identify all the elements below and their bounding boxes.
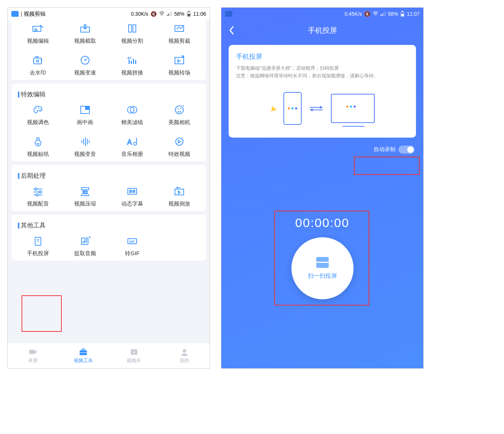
- crop-icon: [173, 23, 186, 34]
- tool-label: 音乐相册: [121, 151, 143, 158]
- svg-rect-14: [34, 58, 42, 64]
- auto-record-toggle[interactable]: [398, 146, 415, 154]
- decoration-triangle: [270, 105, 276, 112]
- status-bar: 0.45K/s 🔇 58% 11:07: [221, 8, 423, 20]
- svg-rect-68: [29, 350, 35, 354]
- svg-rect-36: [81, 140, 82, 143]
- tool-compress[interactable]: ZIP 视频压缩: [61, 186, 108, 207]
- tool-cast-screen[interactable]: 手机投屏: [14, 235, 61, 257]
- tool-extract-audio[interactable]: 提取音频: [61, 235, 108, 257]
- tool-label: 美颜相机: [168, 119, 190, 126]
- info-card: 手机投屏 下载电脑端"迅捷录屏大师"，启动程序，扫码投屏 注意：根据网络环境等待…: [229, 45, 416, 138]
- tool-voice-change[interactable]: 视频变音: [61, 136, 108, 158]
- illustration-monitor: [331, 94, 375, 123]
- tool-label: 转GIF: [125, 250, 140, 257]
- nav-mine[interactable]: 我的: [159, 343, 210, 368]
- tool-label: 视频压缩: [74, 200, 96, 207]
- nav-label: 我的: [180, 357, 189, 364]
- svg-rect-74: [381, 15, 381, 16]
- tool-reverse[interactable]: 视频倒放: [156, 186, 203, 207]
- nav-record[interactable]: 录屏: [8, 343, 58, 368]
- svg-rect-5: [188, 14, 190, 16]
- section-title: 特效编辑: [21, 90, 46, 99]
- section-video-edit: 视频编辑 视频截取 视频分割 视频剪裁 去水印 视频变速: [11, 20, 206, 80]
- back-button[interactable]: [229, 26, 234, 35]
- tool-remove-watermark[interactable]: 去水印: [14, 55, 61, 76]
- tool-effect-video[interactable]: ++ 特效视频: [156, 136, 203, 158]
- svg-rect-40: [89, 140, 89, 143]
- tool-beauty-camera[interactable]: + 美颜相机: [156, 104, 203, 126]
- tool-video-transition[interactable]: 视频转场: [156, 55, 203, 76]
- battery-icon: [187, 11, 191, 17]
- card-text-2: 注意：根据网络环境等待时长不同，若出现加载缓慢，请耐心等待。: [236, 72, 409, 80]
- svg-rect-38: [85, 137, 86, 146]
- tool-video-speed[interactable]: 视频变速: [61, 55, 108, 76]
- status-bar: | 视频剪辑 0.30K/s 🔇 58% 11:06: [8, 8, 210, 20]
- tool-video-edit[interactable]: 视频编辑: [14, 23, 61, 45]
- signal-icon: [381, 12, 386, 16]
- palette-icon: [31, 104, 45, 115]
- tool-label: 特效视频: [168, 151, 190, 158]
- tool-label: 视频变音: [74, 151, 96, 158]
- tool-pip[interactable]: 画中画: [61, 104, 108, 126]
- subtitle-icon: TT: [126, 186, 139, 197]
- svg-point-47: [35, 188, 37, 190]
- svg-rect-7: [33, 26, 41, 31]
- svg-point-49: [39, 191, 41, 193]
- svg-rect-77: [385, 12, 386, 16]
- tool-video-capture[interactable]: 视频截取: [61, 23, 108, 45]
- tool-to-gif[interactable]: GIF 转GIF: [109, 235, 156, 257]
- tool-label: 视频编辑: [27, 38, 49, 45]
- status-title: 视频剪辑: [24, 11, 46, 18]
- highlight-record: [274, 211, 369, 306]
- nav-video-tools[interactable]: 视频工具: [58, 343, 108, 368]
- svg-rect-1: [168, 14, 169, 16]
- card-title: 手机投屏: [236, 52, 409, 61]
- svg-rect-20: [131, 61, 132, 64]
- svg-point-10: [85, 28, 87, 29]
- battery-icon: [400, 11, 405, 17]
- tool-label: 手机投屏: [27, 250, 49, 257]
- svg-rect-11: [129, 25, 131, 32]
- svg-point-51: [36, 194, 38, 196]
- tool-label: 精美滤镜: [121, 119, 143, 126]
- tool-music-album[interactable]: A 音乐相册: [109, 136, 156, 158]
- svg-text:+: +: [183, 139, 184, 141]
- svg-rect-55: [128, 188, 137, 194]
- wifi-icon: [159, 11, 165, 16]
- tool-label: 视频分割: [121, 38, 143, 45]
- tool-video-crop[interactable]: 视频剪裁: [156, 23, 203, 45]
- clock: 11:06: [193, 11, 206, 17]
- speed-icon: [79, 55, 92, 66]
- tool-subtitle[interactable]: TT 动态字幕: [109, 186, 156, 207]
- svg-point-32: [177, 108, 179, 110]
- page-header: 手机投屏: [221, 20, 423, 41]
- tool-sticker[interactable]: 视频贴纸: [14, 136, 61, 158]
- svg-rect-15: [36, 57, 38, 58]
- cast-icon: [31, 235, 45, 246]
- tool-video-split[interactable]: 视频分割: [109, 23, 156, 45]
- nav-video-library[interactable]: 视频库: [109, 343, 159, 368]
- nav-label: 录屏: [28, 357, 38, 364]
- tool-dubbing[interactable]: 视频配音: [14, 186, 61, 207]
- filter-icon: [126, 104, 139, 115]
- transition-icon: [173, 55, 186, 66]
- library-icon: [130, 348, 138, 356]
- edit-icon: [31, 23, 45, 34]
- tool-label: 视频拼接: [121, 69, 143, 76]
- tool-label: 画中画: [77, 119, 93, 126]
- battery-pct: 58%: [388, 11, 398, 17]
- nav-label: 视频库: [127, 357, 141, 364]
- tool-label: 视频截取: [74, 38, 96, 45]
- tool-video-stitch[interactable]: 视频拼接: [109, 55, 156, 76]
- svg-text:+: +: [182, 105, 184, 108]
- tool-color-adjust[interactable]: 视频调色: [14, 104, 61, 126]
- tool-filter[interactable]: 精美滤镜: [109, 104, 156, 126]
- compress-icon: ZIP: [79, 186, 92, 197]
- svg-rect-0: [167, 15, 168, 16]
- cast-illustration: [236, 87, 409, 130]
- app-icon: [11, 11, 19, 17]
- svg-rect-76: [383, 12, 384, 16]
- reverse-icon: [173, 186, 186, 197]
- music-album-icon: A: [126, 136, 139, 147]
